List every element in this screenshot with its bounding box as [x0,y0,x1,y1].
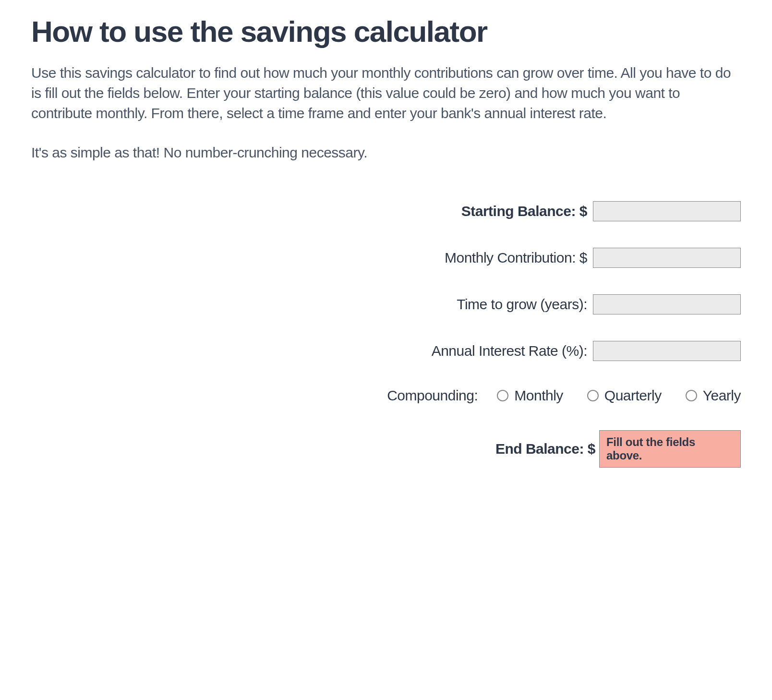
compounding-radio-yearly[interactable] [686,390,697,401]
compounding-label: Compounding: [387,387,478,404]
compounding-radio-monthly-label: Monthly [514,387,563,404]
end-balance-label: End Balance: $ [495,441,595,457]
compounding-radio-group: Monthly Quarterly Yearly [497,387,741,404]
annual-interest-rate-label: Annual Interest Rate (%): [432,343,587,359]
compounding-radio-monthly[interactable] [497,390,508,401]
end-balance-result: Fill out the fields above. [599,430,741,468]
compounding-radio-quarterly[interactable] [587,390,599,401]
monthly-contribution-input[interactable] [593,248,741,268]
compounding-option-yearly: Yearly [686,387,741,404]
compounding-option-monthly: Monthly [497,387,563,404]
compounding-row: Compounding: Monthly Quarterly Yearly [31,387,741,404]
monthly-contribution-row: Monthly Contribution: $ [31,248,741,268]
compounding-option-quarterly: Quarterly [587,387,662,404]
intro-paragraph-2: It's as simple as that! No number-crunch… [31,143,741,163]
starting-balance-input[interactable] [593,201,741,221]
page-title: How to use the savings calculator [31,14,741,48]
end-balance-row: End Balance: $ Fill out the fields above… [31,430,741,468]
starting-balance-label: Starting Balance: $ [461,203,587,219]
intro-paragraph-1: Use this savings calculator to find out … [31,63,741,123]
annual-interest-rate-input[interactable] [593,341,741,361]
time-to-grow-input[interactable] [593,294,741,314]
monthly-contribution-label: Monthly Contribution: $ [445,250,587,266]
starting-balance-row: Starting Balance: $ [31,201,741,221]
time-to-grow-row: Time to grow (years): [31,294,741,314]
time-to-grow-label: Time to grow (years): [457,296,587,313]
compounding-radio-yearly-label: Yearly [703,387,741,404]
calculator-form: Starting Balance: $ Monthly Contribution… [31,201,741,468]
annual-interest-rate-row: Annual Interest Rate (%): [31,341,741,361]
compounding-radio-quarterly-label: Quarterly [604,387,662,404]
intro-text: Use this savings calculator to find out … [31,63,741,163]
